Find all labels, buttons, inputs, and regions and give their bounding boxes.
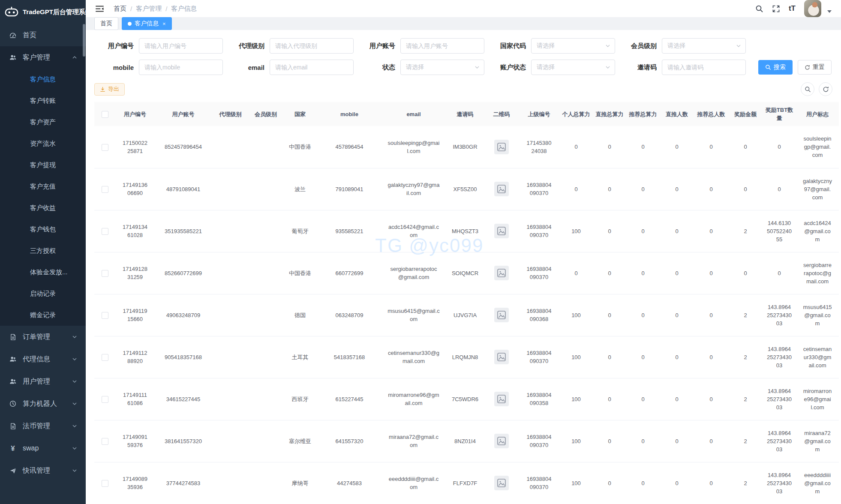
select-placeholder: 请选择 [537,42,555,50]
reset-button[interactable]: 重置 [798,60,832,75]
cell-parent_id: 16938804090370 [527,433,552,449]
breadcrumb-item[interactable]: 首页 [114,5,126,13]
sidebar-item-2[interactable]: 订单管理 [0,326,86,348]
filter-input[interactable] [270,60,354,75]
tab-close-icon[interactable]: × [162,21,166,27]
search-icon[interactable] [755,5,763,13]
sidebar-item-7[interactable]: ¥swap [0,437,86,459]
sidebar-item-label: 客户管理 [23,53,50,62]
qr-code-thumbnail[interactable] [494,266,509,280]
qr-code-thumbnail[interactable] [494,182,509,196]
column-header-member_level: 会员级别 [249,102,283,126]
sidebar-scrollbar[interactable] [83,24,85,57]
sidebar-subitem[interactable]: 客户提现 [0,154,86,176]
breadcrumb-item[interactable]: 客户信息 [171,5,197,13]
cell-invite_code: 7C5WDR6 [452,395,478,403]
fullscreen-icon[interactable] [772,5,780,13]
filter-select[interactable]: 请选择 [531,60,615,75]
sidebar-subitem[interactable]: 资产流水 [0,133,86,154]
column-header-referral_total: 推荐总人数 [694,102,728,126]
cell-referral_power: 0 [641,143,644,151]
sidebar-item-6[interactable]: 法币管理 [0,415,86,437]
qr-code-thumbnail[interactable] [494,476,509,490]
filter-input[interactable] [139,60,223,75]
cell-account: 852457896454 [165,143,202,151]
sidebar-subitem[interactable]: 客户充值 [0,176,86,197]
row-checkbox[interactable] [102,354,108,361]
select-all-header[interactable] [94,102,116,126]
qr-code-thumbnail[interactable] [494,140,509,154]
cell-account: 381641557320 [165,437,202,445]
refresh-icon [805,65,810,70]
breadcrumb-item[interactable]: 客户管理 [136,5,162,13]
sidebar-subitem[interactable]: 客户转账 [0,90,86,111]
cell-referral_power: 0 [641,269,644,277]
sidebar-item-5[interactable]: 算力机器人 [0,393,86,415]
table-refresh-icon[interactable] [819,82,832,96]
filter-field-1: 代理级别 [225,38,356,54]
qr-code-thumbnail[interactable] [494,434,509,448]
sidebar-subitem[interactable]: 体验金发放... [0,261,86,283]
sidebar-item-3[interactable]: 代理信息 [0,348,86,370]
sidebar-subitem[interactable]: 客户资产 [0,111,86,133]
row-checkbox[interactable] [102,438,108,445]
cell-direct_power: 0 [608,185,611,193]
sidebar-subitem[interactable]: 赠金记录 [0,304,86,326]
sidebar-item-1[interactable]: 客户管理 [0,46,86,69]
sidebar-item-label: 订单管理 [23,333,50,342]
filter-input[interactable] [139,38,223,54]
row-checkbox[interactable] [102,270,108,277]
cell-mobile: 615227445 [335,395,363,403]
robot-clock-icon [9,400,17,408]
font-size-icon[interactable]: tT [789,4,796,13]
caret-down-icon[interactable] [827,10,832,13]
filter-select[interactable]: 请选择 [531,38,615,54]
chevron-down-icon [475,65,480,70]
cell-email: acdc16424@gmail.com [387,223,440,239]
column-header-email: email [381,102,446,126]
cell-invite_code: IM3B0GR [453,143,477,151]
breadcrumb: 首页/客户管理/客户信息 [114,5,197,13]
app-title: TradeGPT后台管理系统 [23,8,86,16]
row-checkbox[interactable] [102,396,108,403]
row-checkbox[interactable] [102,312,108,319]
sidebar-item-8[interactable]: 快讯管理 [0,459,86,482]
search-button[interactable]: 搜索 [758,60,793,75]
select-all-checkbox[interactable] [102,111,108,118]
qr-code-thumbnail[interactable] [494,308,509,322]
row-checkbox[interactable] [102,480,108,487]
cell-country: 德国 [294,311,306,319]
qr-code-thumbnail[interactable] [494,392,509,406]
sidebar-item-label: 代理信息 [23,355,50,364]
filter-input[interactable] [662,60,746,75]
column-header-personal_power: 个人总算力 [559,102,593,126]
qr-code-thumbnail[interactable] [494,224,509,238]
tab-active[interactable]: 客户信息× [122,17,172,30]
export-button[interactable]: 导出 [94,83,125,96]
filter-input[interactable] [400,38,484,54]
sidebar-subitem[interactable]: 客户收益 [0,197,86,219]
filter-field-5: mobile [94,60,225,75]
filter-input[interactable] [270,38,354,54]
breadcrumb-separator: / [165,5,167,12]
cell-reward_amount: 2 [744,227,747,235]
chevron-down-icon [72,334,77,339]
filter-select[interactable]: 请选择 [662,38,746,54]
filter-select[interactable]: 请选择 [400,60,484,75]
sidebar-subitem[interactable]: 客户钱包 [0,219,86,240]
sidebar-subitem[interactable]: 启动记录 [0,283,86,304]
sidebar-item-4[interactable]: 用户管理 [0,370,86,393]
sidebar-subitem[interactable]: 三方授权 [0,240,86,261]
qr-code-thumbnail[interactable] [494,350,509,364]
sidebar-subitem[interactable]: 客户信息 [0,69,86,90]
table-search-toggle-icon[interactable] [801,82,814,96]
tab-item[interactable]: 首页 [94,17,118,30]
row-checkbox[interactable] [102,228,108,235]
user-avatar[interactable] [804,0,821,17]
row-checkbox[interactable] [102,144,108,151]
cell-mobile: 791089041 [335,185,363,193]
sidebar-item-0[interactable]: 首页 [0,24,86,46]
column-header-qr: 二维码 [484,102,519,126]
row-checkbox[interactable] [102,186,108,193]
collapse-menu-icon[interactable] [95,5,104,13]
